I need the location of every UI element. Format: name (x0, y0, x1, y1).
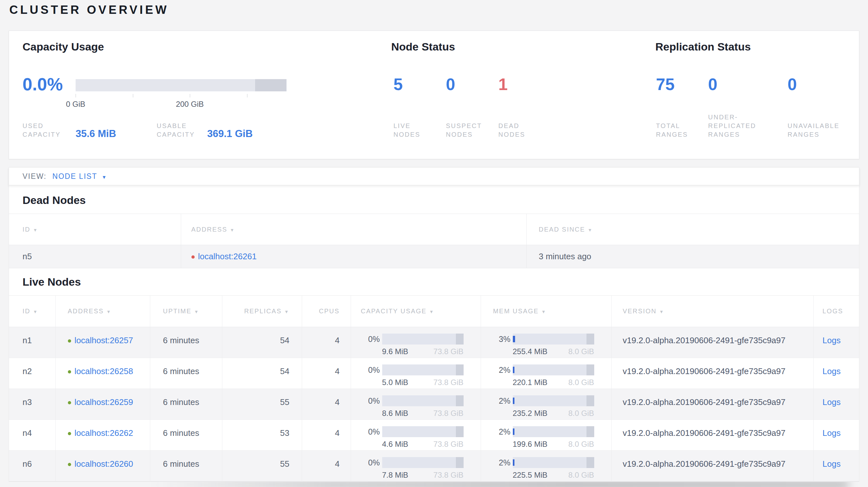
mem-bar-fill (513, 459, 515, 466)
capacity-usage-cell: 0% 9.6 MiB 73.8 GiB (351, 327, 480, 356)
node-id: n1 (9, 327, 55, 358)
live-nodes-label: LIVE NODES (394, 122, 432, 139)
dead-column-header-address[interactable]: ADDRESS▼ (181, 214, 526, 245)
node-address-link[interactable]: localhost:26262 (75, 428, 133, 438)
dead-nodes-heading: Dead Nodes (9, 185, 859, 214)
node-id: n3 (9, 389, 55, 420)
capacity-bar-endcap (456, 333, 464, 345)
dead-nodes-header-row: ID▼ ADDRESS▼ DEAD SINCE▼ (9, 214, 859, 245)
dead-column-header-id[interactable]: ID▼ (9, 214, 181, 245)
replicas-value: 54 (222, 358, 302, 389)
mem-percent: 2% (490, 427, 510, 436)
mem-used-value: 199.6 MiB (513, 440, 548, 449)
live-column-header-address[interactable]: ADDRESS▼ (55, 296, 150, 327)
capacity-mini-bar (382, 426, 464, 437)
mem-mini-bar (513, 395, 594, 406)
capacity-total-value: 73.8 GiB (433, 440, 463, 449)
table-row: n2 localhost:26258 6 minutes 54 4 0% 5.0… (9, 358, 859, 389)
mem-percent: 2% (490, 458, 510, 467)
total-ranges-label: TOTAL RANGES (656, 122, 700, 139)
uptime-value: 6 minutes (150, 358, 222, 389)
live-column-header-version[interactable]: VERSION▼ (611, 296, 813, 327)
sort-icon: ▼ (33, 309, 38, 314)
sort-icon: ▼ (541, 309, 547, 314)
live-column-header-uptime[interactable]: UPTIME▼ (150, 296, 222, 327)
mem-total-value: 8.0 GiB (568, 470, 594, 480)
sort-icon: ▼ (659, 309, 664, 314)
mem-percent: 2% (490, 396, 510, 405)
node-address-link[interactable]: localhost:26261 (198, 252, 257, 261)
capacity-mini-bar (382, 333, 464, 345)
sort-icon: ▼ (230, 227, 235, 233)
mem-bar-endcap (587, 457, 594, 468)
live-status-icon (68, 463, 71, 466)
node-id: n4 (9, 420, 55, 451)
mem-bar-endcap (587, 333, 594, 345)
node-address-link[interactable]: localhost:26257 (75, 335, 133, 345)
logs-link[interactable]: Logs (823, 335, 841, 345)
replicas-value: 55 (222, 451, 302, 482)
version-value: v19.2.0-alpha.20190606-2491-gfe735c9a97 (611, 358, 813, 389)
mem-used-value: 220.1 MiB (513, 378, 548, 387)
node-address-link[interactable]: localhost:26259 (75, 397, 133, 407)
live-nodes-heading: Live Nodes (9, 268, 859, 295)
live-status-icon (68, 432, 71, 435)
capacity-bar-endcap (456, 457, 464, 468)
mem-bar-fill (513, 367, 515, 373)
mem-total-value: 8.0 GiB (568, 378, 594, 387)
replicas-value: 54 (222, 327, 302, 358)
node-address-link[interactable]: localhost:26258 (75, 366, 133, 376)
node-address-link[interactable]: localhost:26260 (75, 459, 133, 469)
version-value: v19.2.0-alpha.20190606-2491-gfe735c9a97 (611, 327, 813, 358)
mem-bar-fill (513, 336, 516, 342)
replicas-value: 55 (222, 389, 302, 420)
dead-nodes-label: DEAD NODES (498, 122, 537, 139)
live-column-header-replicas[interactable]: REPLICAS▼ (222, 296, 302, 327)
mem-usage-cell: 2% 199.6 MiB 8.0 GiB (481, 420, 611, 449)
mem-used-value: 255.4 MiB (513, 347, 548, 356)
dead-column-header-dead-since[interactable]: DEAD SINCE▼ (526, 214, 859, 245)
capacity-mini-bar (382, 395, 464, 406)
version-value: v19.2.0-alpha.20190606-2491-gfe735c9a97 (611, 420, 813, 451)
capacity-used-value: 4.6 MiB (382, 440, 408, 449)
suspect-nodes-count: 0 (446, 75, 455, 94)
live-column-header-logs: LOGS (813, 296, 859, 327)
mem-percent: 2% (490, 365, 510, 375)
cluster-overview-page: CLUSTER OVERVIEW Capacity Usage 0.0% 0 G… (0, 0, 868, 487)
used-capacity-label: USED CAPACITY (23, 122, 63, 139)
live-nodes-count: 5 (394, 75, 403, 94)
dead-nodes-count: 1 (498, 75, 508, 94)
mem-percent: 3% (490, 334, 510, 344)
summary-card: Capacity Usage 0.0% 0 GiB 200 GiB USED C… (9, 31, 859, 159)
capacity-percent: 0% (360, 365, 380, 375)
table-row: n6 localhost:26260 6 minutes 55 4 0% 7.8… (9, 451, 859, 482)
mem-usage-cell: 2% 235.2 MiB 8.0 GiB (481, 389, 611, 418)
capacity-usage-heading: Capacity Usage (23, 40, 104, 53)
capacity-used-percent: 0.0% (23, 74, 63, 95)
replicas-value: 53 (222, 420, 302, 451)
axis-tick (133, 94, 133, 97)
node-id: n2 (9, 358, 55, 389)
page-title: CLUSTER OVERVIEW (9, 3, 169, 17)
live-column-header-mem-usage[interactable]: MEM USAGE▼ (480, 296, 611, 327)
uptime-value: 6 minutes (150, 327, 222, 358)
usable-capacity-label: USABLE CAPACITY (157, 122, 200, 139)
capacity-bar-endcap (456, 426, 464, 437)
view-dropdown[interactable]: NODE LIST▼ (53, 172, 107, 181)
logs-link[interactable]: Logs (823, 459, 841, 469)
table-row: n1 localhost:26257 6 minutes 54 4 0% 9.6… (9, 327, 859, 358)
capacity-total-value: 73.8 GiB (433, 378, 463, 387)
replication-status-heading: Replication Status (655, 40, 751, 53)
capacity-usage-cell: 0% 4.6 MiB 73.8 GiB (351, 420, 480, 449)
live-column-header-id[interactable]: ID▼ (9, 296, 55, 327)
live-column-header-capacity-usage[interactable]: CAPACITY USAGE▼ (351, 296, 480, 327)
table-row: n3 localhost:26259 6 minutes 55 4 0% 8.6… (9, 389, 859, 420)
logs-link[interactable]: Logs (823, 428, 841, 438)
version-value: v19.2.0-alpha.20190606-2491-gfe735c9a97 (611, 389, 813, 420)
logs-link[interactable]: Logs (823, 397, 841, 407)
mem-bar-endcap (587, 364, 594, 376)
logs-link[interactable]: Logs (823, 366, 841, 376)
capacity-mini-bar (382, 457, 464, 468)
capacity-used-value: 5.0 MiB (382, 378, 408, 387)
capacity-total-value: 73.8 GiB (433, 347, 463, 356)
